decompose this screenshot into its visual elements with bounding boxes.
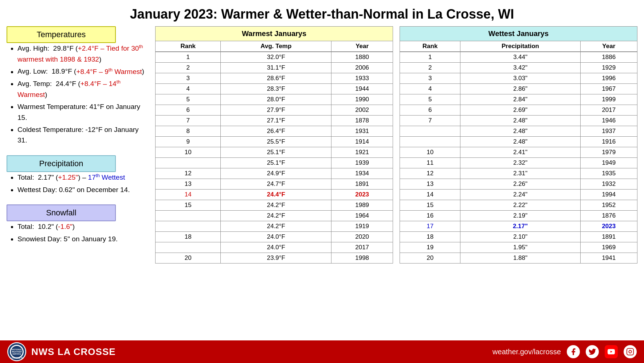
nws-logo: NATIONAL WEATHER SERVICE LA CROSSE, WI bbox=[7, 342, 26, 361]
table-row: 2.48"1937 bbox=[400, 126, 637, 137]
table-row: 42.86"1967 bbox=[400, 84, 637, 94]
table-row: 33.03"1996 bbox=[400, 73, 637, 84]
table-row: 201.88"1941 bbox=[400, 253, 637, 264]
table-row: 24.2°F1919 bbox=[156, 221, 393, 232]
temperatures-header: Temperatures bbox=[7, 26, 116, 43]
snowfall-section: Snowfall Total: 10.2" (-1.6") Snowiest D… bbox=[7, 204, 149, 246]
table-row: 328.6°F1933 bbox=[156, 73, 393, 84]
svg-text:LA CROSSE, WI: LA CROSSE, WI bbox=[11, 357, 23, 359]
table-row: 13.44"1886 bbox=[400, 52, 637, 63]
table-row: 23.42"1929 bbox=[400, 63, 637, 73]
footer-right: weather.gov/lacrosse bbox=[492, 345, 637, 358]
table-row: 528.0°F1990 bbox=[156, 94, 393, 105]
svg-rect-8 bbox=[627, 348, 633, 355]
warmest-table-block: Warmest Januarys Rank Avg. Temp Year 132… bbox=[155, 26, 393, 264]
wettest-col-rank: Rank bbox=[400, 41, 460, 52]
temp-bullet-1: Avg. High: 29.8°F (+2.4°F – Tied for 30t… bbox=[17, 43, 149, 65]
table-row: 428.3°F1944 bbox=[156, 84, 393, 94]
table-row: 132.26"1932 bbox=[400, 179, 637, 190]
table-row: 1524.2°F1989 bbox=[156, 200, 393, 211]
warmest-table: Warmest Januarys Rank Avg. Temp Year 132… bbox=[155, 26, 393, 264]
table-row: 52.84"1999 bbox=[400, 94, 637, 105]
table-row: 182.10"1891 bbox=[400, 232, 637, 242]
precipitation-section: Precipitation Total: 2.17" (+1.25") – 17… bbox=[7, 155, 149, 196]
main-title: January 2023: Warmer & Wetter-than-Norma… bbox=[0, 0, 644, 26]
table-row: 2023.9°F1998 bbox=[156, 253, 393, 264]
instagram-icon[interactable] bbox=[624, 345, 637, 358]
temp-bullet-2: Avg. Low: 18.9°F (+8.4°F – 9th Warmest) bbox=[17, 66, 149, 77]
table-row: 72.48"1946 bbox=[400, 116, 637, 126]
table-row: 142.24"1994 bbox=[400, 190, 637, 200]
table-row: 627.9°F2002 bbox=[156, 105, 393, 116]
facebook-icon[interactable] bbox=[567, 345, 580, 358]
twitter-icon[interactable] bbox=[586, 345, 599, 358]
precip-bullet-2: Wettest Day: 0.62" on December 14. bbox=[17, 184, 149, 195]
table-row: 112.32"1949 bbox=[400, 158, 637, 168]
table-row: 62.69"2017 bbox=[400, 105, 637, 116]
table-row: 1224.9°F1934 bbox=[156, 168, 393, 179]
snowfall-bullet-2: Snowiest Day: 5" on January 19. bbox=[17, 234, 149, 244]
precipitation-header: Precipitation bbox=[7, 155, 116, 172]
snowfall-bullet-1: Total: 10.2" (-1.6") bbox=[17, 221, 149, 232]
table-row: 1824.0°F2020 bbox=[156, 232, 393, 242]
table-row: 1324.7°F1891 bbox=[156, 179, 393, 190]
warmest-col-year: Year bbox=[331, 41, 393, 52]
tables-area: Warmest Januarys Rank Avg. Temp Year 132… bbox=[155, 26, 637, 264]
temp-bullet-3: Avg. Temp: 24.4°F (+8.4°F – 14th Warmest… bbox=[17, 78, 149, 100]
precip-bullet-1: Total: 2.17" (+1.25") – 17th Wettest bbox=[17, 172, 149, 183]
table-row: 925.5°F1914 bbox=[156, 137, 393, 147]
snowfall-bullets: Total: 10.2" (-1.6") Snowiest Day: 5" on… bbox=[7, 221, 149, 244]
table-row: 727.1°F1878 bbox=[156, 116, 393, 126]
table-row: 24.2°F1964 bbox=[156, 211, 393, 221]
table-row: 24.0°F2017 bbox=[156, 242, 393, 253]
table-row: 152.22"1952 bbox=[400, 200, 637, 211]
table-row: 1424.4°F2023 bbox=[156, 190, 393, 200]
table-row: 191.95"1969 bbox=[400, 242, 637, 253]
table-row: 25.1°F1939 bbox=[156, 158, 393, 168]
footer: NATIONAL WEATHER SERVICE LA CROSSE, WI N… bbox=[0, 340, 644, 363]
svg-text:SERVICE: SERVICE bbox=[12, 353, 21, 355]
temp-bullet-5: Coldest Temperature: -12°F on January 31… bbox=[17, 124, 149, 146]
temp-bullet-4: Warmest Temperature: 41°F on January 15. bbox=[17, 101, 149, 123]
wettest-table: Wettest Januarys Rank Precipitation Year… bbox=[400, 26, 637, 264]
youtube-icon[interactable] bbox=[605, 345, 618, 358]
footer-left: NATIONAL WEATHER SERVICE LA CROSSE, WI N… bbox=[7, 342, 116, 361]
left-panel: Temperatures Avg. High: 29.8°F (+2.4°F –… bbox=[7, 26, 149, 264]
table-row: 1025.1°F1921 bbox=[156, 147, 393, 158]
footer-url: weather.gov/lacrosse bbox=[492, 348, 561, 356]
table-row: 122.31"1935 bbox=[400, 168, 637, 179]
table-row: 102.41"1979 bbox=[400, 147, 637, 158]
footer-agency: NWS LA CROSSE bbox=[31, 346, 116, 358]
precipitation-bullets: Total: 2.17" (+1.25") – 17th Wettest Wet… bbox=[7, 172, 149, 195]
warmest-col-rank: Rank bbox=[156, 41, 221, 52]
wettest-col-precip: Precipitation bbox=[460, 41, 580, 52]
wettest-title: Wettest Januarys bbox=[400, 27, 637, 41]
table-row: 172.17"2023 bbox=[400, 221, 637, 232]
table-row: 231.1°F2006 bbox=[156, 63, 393, 73]
warmest-col-temp: Avg. Temp bbox=[221, 41, 331, 52]
snowfall-header: Snowfall bbox=[7, 204, 116, 221]
wettest-col-year: Year bbox=[580, 41, 637, 52]
table-row: 162.19"1876 bbox=[400, 211, 637, 221]
warmest-title: Warmest Januarys bbox=[156, 27, 393, 41]
wettest-table-block: Wettest Januarys Rank Precipitation Year… bbox=[400, 26, 637, 264]
table-row: 2.48"1916 bbox=[400, 137, 637, 147]
temperatures-section: Temperatures Avg. High: 29.8°F (+2.4°F –… bbox=[7, 26, 149, 147]
table-row: 826.4°F1931 bbox=[156, 126, 393, 137]
table-row: 132.0°F1880 bbox=[156, 52, 393, 63]
temperatures-bullets: Avg. High: 29.8°F (+2.4°F – Tied for 30t… bbox=[7, 43, 149, 146]
